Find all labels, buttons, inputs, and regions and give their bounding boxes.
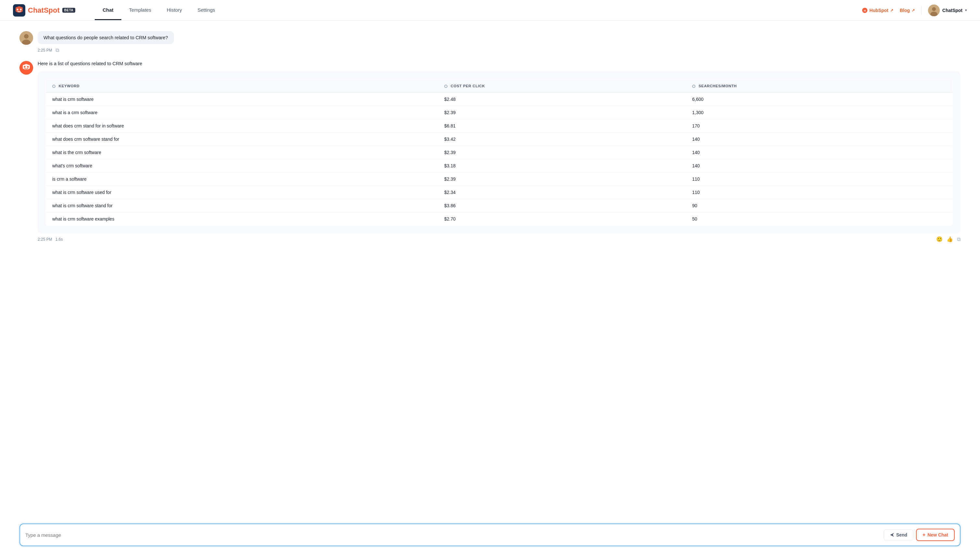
bot-message-row: Here is a list of questions related to C… xyxy=(19,61,961,234)
hubspot-link[interactable]: H HubSpot ↗ xyxy=(862,8,893,13)
new-chat-label: New Chat xyxy=(927,532,948,538)
table-header: KEYWORD COST PER CLICK SEARCHES/MONTH xyxy=(46,80,953,93)
cell-cpc: $3.42 xyxy=(438,133,686,146)
copy-bot-response-button[interactable]: ⧉ xyxy=(957,236,961,242)
tab-settings[interactable]: Settings xyxy=(190,1,223,20)
cell-searches: 170 xyxy=(686,119,953,133)
cell-cpc: $3.18 xyxy=(438,159,686,173)
cell-cpc: $6.81 xyxy=(438,119,686,133)
cell-searches: 140 xyxy=(686,133,953,146)
cell-cpc: $3.86 xyxy=(438,199,686,212)
table-row: what is crm software examples $2.70 50 xyxy=(46,212,953,226)
svg-point-13 xyxy=(27,66,29,68)
bot-response-card: KEYWORD COST PER CLICK SEARCHES/MONTH xyxy=(38,72,961,234)
cell-cpc: $2.34 xyxy=(438,186,686,199)
svg-text:H: H xyxy=(864,9,866,12)
table-row: what is crm software stand for $3.86 90 xyxy=(46,199,953,212)
app-header: ChatSpot BETA Chat Templates History Set… xyxy=(0,0,980,21)
bot-meta-actions: 🙂 👍 ⧉ xyxy=(936,236,961,242)
cell-keyword: what's crm software xyxy=(46,159,438,173)
svg-point-6 xyxy=(932,7,936,11)
table-row: what is crm software $2.48 6,600 xyxy=(46,93,953,106)
nav-tabs: Chat Templates History Settings xyxy=(95,1,862,20)
plus-icon: + xyxy=(923,532,926,538)
cell-keyword: what is the crm software xyxy=(46,146,438,159)
cell-keyword: what is crm software xyxy=(46,93,438,106)
table-body: what is crm software $2.48 6,600 what is… xyxy=(46,93,953,226)
cell-keyword: what does crm stand for in software xyxy=(46,119,438,133)
col-cpc-icon xyxy=(444,84,448,88)
header-divider xyxy=(921,6,922,15)
cell-cpc: $2.39 xyxy=(438,106,686,119)
tab-templates[interactable]: Templates xyxy=(121,1,159,20)
cell-keyword: what does crm software stand for xyxy=(46,133,438,146)
col-keyword-icon xyxy=(52,84,56,88)
cell-searches: 140 xyxy=(686,146,953,159)
user-avatar-sm xyxy=(19,31,33,45)
table-row: is crm a software $2.39 110 xyxy=(46,173,953,186)
cell-keyword: is crm a software xyxy=(46,173,438,186)
cell-keyword: what is crm software used for xyxy=(46,186,438,199)
send-icon xyxy=(890,533,894,537)
cell-searches: 90 xyxy=(686,199,953,212)
bot-response-area: Here is a list of questions related to C… xyxy=(38,61,961,234)
external-link-icon-2: ↗ xyxy=(911,8,915,13)
table-row: what does crm stand for in software $6.8… xyxy=(46,119,953,133)
bot-message-meta: 2:25 PM 1.6s 🙂 👍 ⧉ xyxy=(38,236,961,242)
col-keyword: KEYWORD xyxy=(46,80,438,93)
thumbs-up-button[interactable]: 👍 xyxy=(947,236,953,242)
user-message-row: What questions do people search related … xyxy=(19,31,961,45)
send-label: Send xyxy=(896,532,907,538)
cell-keyword: what is crm software stand for xyxy=(46,199,438,212)
cell-cpc: $2.48 xyxy=(438,93,686,106)
cell-cpc: $2.70 xyxy=(438,212,686,226)
svg-point-1 xyxy=(17,8,19,10)
beta-badge: BETA xyxy=(62,8,75,13)
cell-searches: 1,300 xyxy=(686,106,953,119)
cell-searches: 110 xyxy=(686,186,953,199)
user-timestamp: 2:25 PM xyxy=(38,48,52,53)
tab-history[interactable]: History xyxy=(159,1,190,20)
cell-cpc: $2.39 xyxy=(438,146,686,159)
emoji-reaction-button[interactable]: 🙂 xyxy=(936,236,943,242)
table-row: what does crm software stand for $3.42 1… xyxy=(46,133,953,146)
cell-searches: 140 xyxy=(686,159,953,173)
bot-avatar xyxy=(19,61,33,75)
bot-duration: 1.6s xyxy=(56,237,63,242)
cell-keyword: what is a crm software xyxy=(46,106,438,119)
col-searches-icon xyxy=(692,84,695,88)
cell-keyword: what is crm software examples xyxy=(46,212,438,226)
logo-area: ChatSpot BETA xyxy=(13,4,75,16)
tab-chat[interactable]: Chat xyxy=(95,1,121,20)
header-right: H HubSpot ↗ Blog ↗ ChatSpot ▾ xyxy=(862,5,967,16)
cell-searches: 6,600 xyxy=(686,93,953,106)
new-chat-button[interactable]: + New Chat xyxy=(916,529,955,541)
table-row: what's crm software $3.18 140 xyxy=(46,159,953,173)
user-message-meta: 2:25 PM ⧉ xyxy=(38,47,961,53)
chevron-down-icon: ▾ xyxy=(965,8,967,12)
user-message-bubble: What questions do people search related … xyxy=(38,31,174,44)
svg-point-12 xyxy=(24,66,25,68)
bot-timestamp: 2:25 PM xyxy=(38,237,52,242)
svg-point-2 xyxy=(20,8,22,10)
logo-text: ChatSpot xyxy=(28,6,60,14)
table-row: what is crm software used for $2.34 110 xyxy=(46,186,953,199)
bot-intro-text: Here is a list of questions related to C… xyxy=(38,61,961,66)
external-link-icon: ↗ xyxy=(890,8,893,13)
user-name: ChatSpot xyxy=(942,8,962,13)
hubspot-icon: H xyxy=(862,8,868,13)
col-searches-month: SEARCHES/MONTH xyxy=(686,80,953,93)
copy-user-message-button[interactable]: ⧉ xyxy=(56,47,59,53)
input-area: Send + New Chat xyxy=(0,518,980,554)
results-table: KEYWORD COST PER CLICK SEARCHES/MONTH xyxy=(45,79,953,226)
col-cost-per-click: COST PER CLICK xyxy=(438,80,686,93)
cell-searches: 50 xyxy=(686,212,953,226)
message-input[interactable] xyxy=(25,532,881,538)
cell-cpc: $2.39 xyxy=(438,173,686,186)
svg-point-9 xyxy=(24,34,29,38)
user-menu[interactable]: ChatSpot ▾ xyxy=(928,5,967,16)
cell-searches: 110 xyxy=(686,173,953,186)
send-button[interactable]: Send xyxy=(884,529,913,540)
main-content: What questions do people search related … xyxy=(0,21,980,518)
blog-link[interactable]: Blog ↗ xyxy=(900,8,915,13)
